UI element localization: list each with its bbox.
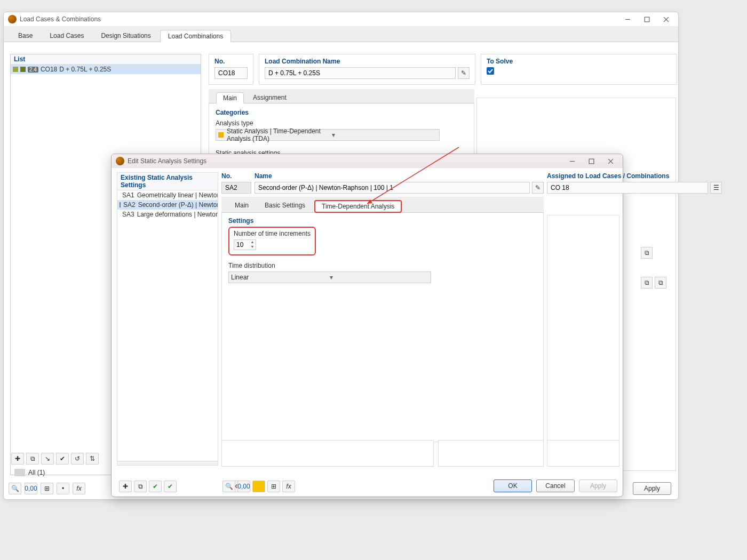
main-apply-button[interactable]: Apply xyxy=(633,482,671,495)
popup-name-input[interactable] xyxy=(255,182,530,194)
type-color-icon xyxy=(218,132,224,138)
sa-id: SA3 xyxy=(122,211,134,218)
tab-design-situations[interactable]: Design Situations xyxy=(93,29,158,42)
sa-color-icon xyxy=(120,202,121,207)
list-item-co18[interactable]: 2.4 CO18 D + 0.75L + 0.25S xyxy=(11,65,201,74)
analysis-type-value: Static Analysis | Time-Dependent Analysi… xyxy=(227,127,332,142)
settings-panel: Settings Number of time increments ▲▼ Ti… xyxy=(221,213,544,442)
popup-no-label: No. xyxy=(221,172,251,180)
no-input[interactable] xyxy=(214,67,248,79)
main-tabs: Base Load Cases Design Situations Load C… xyxy=(4,26,678,42)
svg-rect-1 xyxy=(645,17,649,22)
chevron-down-icon: ▾ xyxy=(332,131,437,139)
main-titlebar: Load Cases & Combinations xyxy=(4,12,678,26)
category-color-icon xyxy=(13,67,18,72)
subtab-assignment[interactable]: Assignment xyxy=(246,92,293,103)
sa-list-item[interactable]: SA3 Large deformations | Newton- xyxy=(117,210,218,219)
solve-checkbox[interactable] xyxy=(487,67,494,75)
fx-icon[interactable]: fx xyxy=(73,483,85,494)
dist-label: Time distribution xyxy=(228,262,537,269)
copy-icon[interactable]: ⧉ xyxy=(26,453,39,465)
increments-input[interactable]: ▲▼ xyxy=(234,239,256,250)
existing-sas-panel: Existing Static Analysis Settings SA1 Ge… xyxy=(117,172,218,466)
popup-tab-tda[interactable]: Time-Dependent Analysis xyxy=(314,200,402,213)
dot-icon[interactable]: • xyxy=(57,483,69,494)
popup-main-area: No. Name ✎ Main Basic Settings Time-Depe… xyxy=(221,172,544,442)
main-bottom-bar: 🔍 0,00 ⊞ • fx Apply xyxy=(3,478,679,499)
all-filter-row[interactable]: All (1) xyxy=(14,469,45,476)
new-icon[interactable]: ✚ xyxy=(11,453,24,465)
list-toolbar: ✚ ⧉ ↘ ✔ ↺ ⇅ xyxy=(11,453,99,465)
popup-tab-main[interactable]: Main xyxy=(228,199,256,212)
no-label: No. xyxy=(214,58,248,65)
solve-field-group: To Solve xyxy=(481,54,677,85)
app-icon xyxy=(116,157,124,165)
chevron-down-icon: ▾ xyxy=(330,274,428,281)
combo-name: D + 0.75L + 0.25S xyxy=(59,66,111,73)
spin-up-icon[interactable]: ▲ xyxy=(249,240,256,245)
check-icon[interactable]: ✔ xyxy=(56,453,69,465)
analysis-type-combo[interactable]: Static Analysis | Time-Dependent Analysi… xyxy=(216,129,440,141)
categories-header: Categories xyxy=(216,109,467,116)
member-icon[interactable]: ⊞ xyxy=(41,483,53,494)
combo-code: CO18 xyxy=(41,66,57,73)
edit-name-icon[interactable]: ✎ xyxy=(532,182,544,194)
increments-value[interactable] xyxy=(234,241,249,249)
format-icon[interactable]: 0,00 xyxy=(25,483,37,494)
popup-titlebar: Edit Static Analysis Settings xyxy=(112,154,623,168)
edit-static-analysis-popup: Edit Static Analysis Settings Existing S… xyxy=(111,154,623,497)
details-subtabs: Main Assignment xyxy=(209,89,474,103)
minimize-button[interactable] xyxy=(564,156,580,166)
import-icon[interactable]: ↘ xyxy=(41,453,54,465)
list-header: List xyxy=(11,54,201,65)
increments-label: Number of time increments xyxy=(234,230,311,237)
filter-color-icon xyxy=(14,469,25,476)
name-label: Load Combination Name xyxy=(265,58,470,65)
settings-header: Settings xyxy=(228,217,537,225)
tab-load-combinations[interactable]: Load Combinations xyxy=(160,30,231,42)
popup-bottom-panel xyxy=(221,440,434,467)
edit-name-icon[interactable]: ✎ xyxy=(458,67,470,79)
minimize-button[interactable] xyxy=(619,14,635,25)
no-field-group: No. xyxy=(209,54,253,85)
subtab-main[interactable]: Main xyxy=(216,92,244,103)
sa-list-item[interactable]: SA1 Geometrically linear | Newton- xyxy=(117,190,218,200)
sa-id: SA2 xyxy=(123,201,136,209)
popup-bottom-panel xyxy=(547,440,619,467)
popup-name-label: Name xyxy=(255,172,544,180)
popup-tab-basic[interactable]: Basic Settings xyxy=(258,199,312,212)
name-input[interactable] xyxy=(265,67,456,79)
existing-sas-header: Existing Static Analysis Settings xyxy=(117,173,218,190)
dist-combo[interactable]: Linear ▾ xyxy=(228,271,431,283)
maximize-button[interactable] xyxy=(639,14,655,25)
spin-down-icon[interactable]: ▼ xyxy=(249,245,256,250)
close-button[interactable] xyxy=(602,156,618,166)
popup-side-preview xyxy=(547,215,619,459)
swap-icon[interactable]: ↺ xyxy=(71,453,84,465)
maximize-button[interactable] xyxy=(583,156,599,166)
assigned-label: Assigned to Load Cases / Combinations xyxy=(547,172,726,180)
popup-no-input[interactable] xyxy=(221,182,251,194)
category-color-icon xyxy=(20,67,26,72)
close-button[interactable] xyxy=(658,14,674,25)
window-title: Load Cases & Combinations xyxy=(20,15,619,23)
app-icon xyxy=(8,15,17,23)
scrollbar-horizontal[interactable] xyxy=(117,461,218,465)
sa-name: Large deformations | Newton- xyxy=(137,211,218,218)
popup-title: Edit Static Analysis Settings xyxy=(128,157,564,165)
popup-side-area: Assigned to Load Cases / Combinations ☰ xyxy=(547,172,726,459)
assigned-input[interactable] xyxy=(547,182,708,194)
sa-name: Geometrically linear | Newton- xyxy=(137,191,218,199)
popup-bottom-panel xyxy=(438,440,544,467)
all-label: All (1) xyxy=(28,469,45,476)
factor-badge: 2.4 xyxy=(28,67,38,73)
sort-icon[interactable]: ⇅ xyxy=(86,453,99,465)
popup-tabs: Main Basic Settings Time-Dependent Analy… xyxy=(221,197,544,213)
tab-base[interactable]: Base xyxy=(10,29,41,42)
search-icon[interactable]: 🔍 xyxy=(9,483,21,494)
sa-list-item[interactable]: SA2 Second-order (P-Δ) | Newton-R xyxy=(117,200,218,210)
tab-load-cases[interactable]: Load Cases xyxy=(42,29,92,42)
name-field-group: Load Combination Name ✎ xyxy=(259,54,475,85)
analysis-type-label: Analysis type xyxy=(216,119,467,127)
assigned-browse-icon[interactable]: ☰ xyxy=(710,182,722,194)
